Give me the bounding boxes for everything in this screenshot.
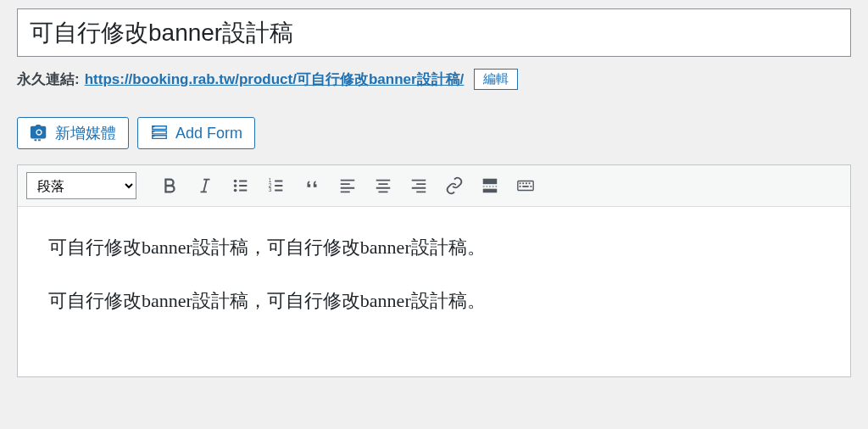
blockquote-button[interactable]	[296, 170, 328, 201]
camera-music-icon	[30, 124, 48, 142]
svg-rect-6	[483, 179, 498, 184]
svg-rect-15	[531, 186, 532, 187]
align-center-icon	[374, 176, 392, 195]
align-right-button[interactable]	[403, 170, 435, 201]
bullet-list-button[interactable]	[225, 170, 257, 201]
content-paragraph: 可自行修改banner設計稿，可自行修改banner設計稿。	[48, 286, 820, 315]
form-icon	[150, 124, 169, 142]
italic-button[interactable]	[189, 170, 221, 201]
add-media-label: 新增媒體	[55, 123, 116, 143]
permalink-base: https://booking.rab.tw/product/	[85, 71, 297, 87]
svg-rect-9	[520, 183, 521, 185]
editor-container: 段落 123	[17, 164, 851, 377]
svg-rect-14	[522, 186, 528, 187]
quote-icon	[303, 176, 321, 195]
keyboard-icon	[516, 176, 535, 195]
permalink-label: 永久連結:	[17, 70, 80, 89]
format-select[interactable]: 段落	[26, 172, 136, 199]
read-more-icon	[481, 176, 499, 195]
align-right-icon	[409, 176, 428, 195]
align-left-icon	[338, 176, 357, 195]
media-buttons-row: 新增媒體 Add Form	[17, 117, 851, 149]
link-button[interactable]	[438, 170, 470, 201]
content-paragraph: 可自行修改banner設計稿，可自行修改banner設計稿。	[48, 232, 820, 262]
svg-rect-13	[520, 186, 521, 187]
permalink-slug: 可自行修改banner設計稿/	[297, 71, 464, 87]
svg-rect-12	[529, 183, 531, 185]
permalink-row: 永久連結: https://booking.rab.tw/product/可自行…	[17, 69, 851, 90]
edit-permalink-button[interactable]: 編輯	[474, 69, 518, 90]
svg-point-0	[234, 180, 237, 183]
add-form-label: Add Form	[175, 125, 242, 142]
read-more-button[interactable]	[474, 170, 506, 201]
svg-point-2	[234, 189, 237, 192]
align-left-button[interactable]	[331, 170, 364, 201]
bullet-list-icon	[231, 176, 250, 195]
numbered-list-icon: 123	[267, 176, 286, 195]
svg-rect-11	[526, 183, 527, 185]
toolbar-toggle-button[interactable]	[509, 170, 542, 201]
bold-button[interactable]	[153, 170, 186, 201]
link-icon	[445, 176, 464, 195]
bold-icon	[160, 176, 179, 195]
permalink-link[interactable]: https://booking.rab.tw/product/可自行修改bann…	[85, 70, 465, 89]
italic-icon	[196, 176, 214, 195]
svg-rect-7	[483, 189, 498, 193]
svg-text:3: 3	[269, 187, 272, 193]
numbered-list-button[interactable]: 123	[260, 170, 292, 201]
add-form-button[interactable]: Add Form	[137, 117, 255, 149]
editor-content[interactable]: 可自行修改banner設計稿，可自行修改banner設計稿。 可自行修改bann…	[18, 207, 850, 376]
align-center-button[interactable]	[367, 170, 399, 201]
editor-toolbar: 段落 123	[18, 165, 850, 207]
svg-rect-10	[522, 183, 524, 185]
add-media-button[interactable]: 新增媒體	[17, 117, 129, 149]
post-title-input[interactable]	[17, 8, 851, 57]
svg-point-1	[234, 184, 237, 187]
